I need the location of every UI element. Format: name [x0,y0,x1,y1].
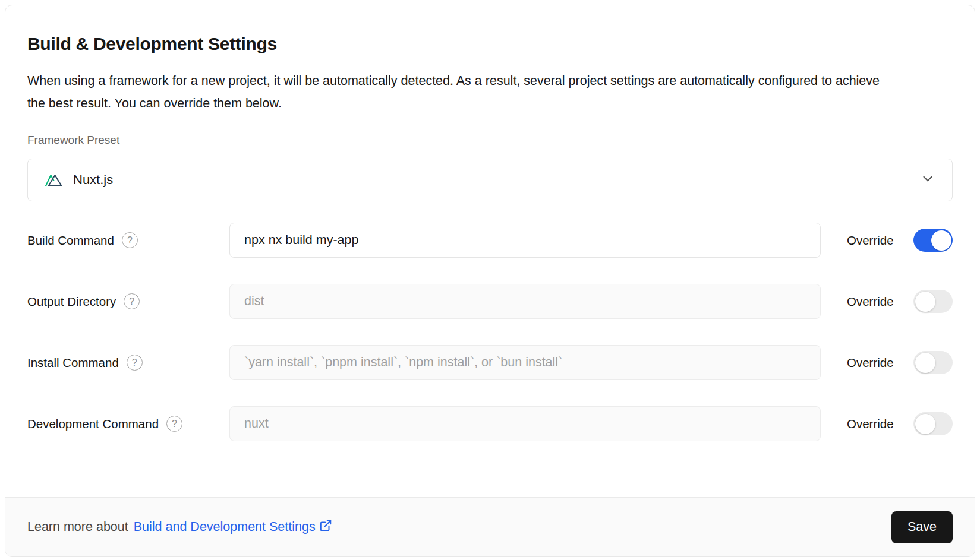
build-settings-card: Build & Development Settings When using … [5,5,975,557]
learn-more-text: Learn more about [27,520,128,534]
external-link-icon [319,519,332,536]
nuxt-logo-icon [45,172,65,188]
build-settings-docs-link[interactable]: Build and Development Settings [134,519,332,536]
page-title: Build & Development Settings [27,34,953,54]
toggle-knob [915,292,935,312]
help-circle-icon[interactable]: ? [166,416,182,432]
output-directory-input[interactable] [229,284,821,319]
save-button[interactable]: Save [891,511,953,543]
card-footer: Learn more about Build and Development S… [5,497,975,556]
framework-preset-label: Framework Preset [27,134,953,147]
install-command-row: Install Command ? Override [27,345,953,380]
build-command-row: Build Command ? Override [27,223,953,258]
toggle-knob [915,414,935,434]
install-command-input[interactable] [229,345,821,380]
toggle-knob [931,230,951,251]
docs-link-label: Build and Development Settings [134,520,316,534]
framework-preset-value: Nuxt.js [73,172,113,188]
section-description: When using a framework for a new project… [27,69,892,115]
development-command-input[interactable] [229,406,821,441]
help-circle-icon[interactable]: ? [122,232,138,248]
help-circle-icon[interactable]: ? [127,355,143,371]
build-command-label: Build Command [27,233,114,248]
development-command-override-toggle[interactable] [913,412,953,435]
override-label: Override [847,417,902,431]
development-command-row: Development Command ? Override [27,406,953,441]
override-label: Override [847,295,902,309]
install-command-override-toggle[interactable] [913,351,953,374]
build-command-input[interactable] [229,223,821,258]
chevron-down-icon [920,171,935,189]
development-command-label: Development Command [27,417,159,431]
output-directory-row: Output Directory ? Override [27,284,953,319]
build-command-override-toggle[interactable] [913,229,953,252]
install-command-label: Install Command [27,356,119,370]
output-directory-override-toggle[interactable] [913,290,953,313]
override-label: Override [847,233,902,248]
override-label: Override [847,356,902,370]
help-circle-icon[interactable]: ? [124,293,140,309]
framework-preset-select[interactable]: Nuxt.js [27,159,953,201]
toggle-knob [915,353,935,373]
output-directory-label: Output Directory [27,295,116,309]
